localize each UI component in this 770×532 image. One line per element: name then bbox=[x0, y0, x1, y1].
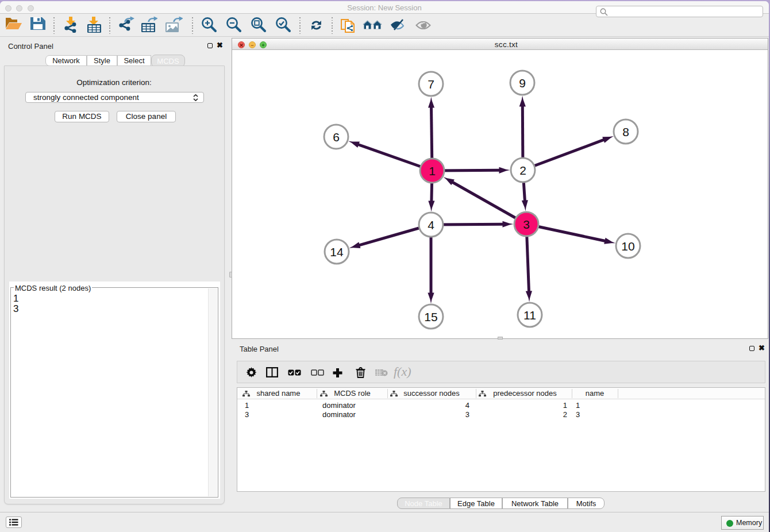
svg-text:4: 4 bbox=[428, 218, 434, 232]
svg-text:2: 2 bbox=[519, 164, 526, 177]
svg-text:1: 1 bbox=[429, 164, 436, 178]
svg-text:10: 10 bbox=[621, 240, 634, 253]
svg-text:15: 15 bbox=[424, 310, 437, 323]
svg-text:11: 11 bbox=[523, 309, 536, 322]
svg-text:9: 9 bbox=[519, 76, 526, 90]
svg-text:8: 8 bbox=[622, 125, 629, 138]
svg-text:3: 3 bbox=[523, 218, 530, 231]
svg-text:6: 6 bbox=[333, 130, 340, 144]
svg-text:14: 14 bbox=[330, 245, 344, 259]
svg-text:7: 7 bbox=[428, 78, 434, 91]
